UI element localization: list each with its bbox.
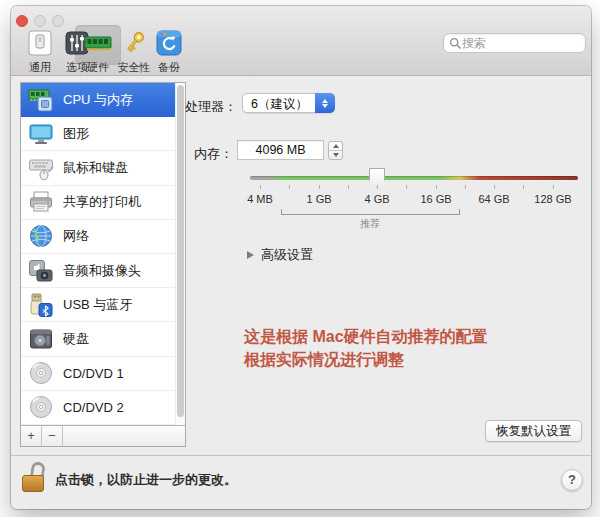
disclosure-triangle-icon xyxy=(247,251,254,259)
sidebar-item-label: CD/DVD 2 xyxy=(63,400,124,415)
backup-icon xyxy=(154,28,184,58)
processor-label: 处理器： xyxy=(147,98,237,116)
sidebar-item-label: CD/DVD 1 xyxy=(63,366,124,381)
slider-label-4gb: 4 GB xyxy=(364,193,389,205)
lock-hint-text: 点击锁，以防止进一步的更改。 xyxy=(55,471,237,489)
toolbar-label: 备份 xyxy=(145,60,193,75)
recommended-range-bracket xyxy=(281,209,460,215)
annotation-line-2: 根据实际情况进行调整 xyxy=(244,349,488,372)
remove-device-button[interactable]: − xyxy=(42,426,63,446)
sidebar-item-label: 音频和摄像头 xyxy=(63,262,141,280)
close-button[interactable] xyxy=(16,15,28,27)
general-icon xyxy=(25,28,55,58)
sidebar-item-cd-dvd-1[interactable]: CD/DVD 1 xyxy=(21,357,185,391)
sidebar-item-cd-dvd-2[interactable]: CD/DVD 2 xyxy=(21,391,185,425)
slider-label-16gb: 16 GB xyxy=(420,193,451,205)
stepper-up-icon[interactable] xyxy=(329,142,342,151)
memory-slider-track[interactable] xyxy=(250,176,578,180)
annotation-line-1: 这是根据 Mac硬件自动推荐的配置 xyxy=(244,326,488,349)
popup-arrows-icon xyxy=(315,93,335,113)
cd-disc-icon xyxy=(28,394,54,420)
recommended-label: 推荐 xyxy=(360,217,380,231)
memory-input[interactable]: 4096 MB xyxy=(237,140,324,160)
search-icon xyxy=(449,37,462,50)
unlocked-padlock-icon[interactable] xyxy=(22,462,48,500)
slider-label-64gb: 64 GB xyxy=(478,193,509,205)
sidebar-toolbar: + − xyxy=(21,425,185,446)
sidebar-item-label: 共享的打印机 xyxy=(63,193,141,211)
search-input[interactable] xyxy=(462,36,572,50)
vm-settings-window: 通用 选项 xyxy=(11,6,591,509)
help-button[interactable]: ? xyxy=(561,469,583,491)
processor-popup[interactable]: 6（建议） xyxy=(242,93,335,113)
advanced-settings-disclosure[interactable]: 高级设置 xyxy=(247,246,313,264)
footer-bar: 点击锁，以防止进一步的更改。 ? xyxy=(11,455,591,509)
mouse-keyboard-icon xyxy=(28,155,54,181)
hardware-ram-icon xyxy=(83,28,113,58)
sidebar-item-label: 硬盘 xyxy=(63,330,89,348)
memory-label: 内存： xyxy=(143,145,233,163)
minimize-button[interactable] xyxy=(34,15,46,27)
sidebar-item-label: 鼠标和键盘 xyxy=(63,159,128,177)
slider-label-128gb: 128 GB xyxy=(534,193,571,205)
sidebar-item-shared-printers[interactable]: 共享的打印机 xyxy=(21,186,185,220)
sidebar-scrollbar[interactable] xyxy=(175,83,185,425)
sidebar-item-hard-disk[interactable]: 硬盘 xyxy=(21,322,185,356)
search-field[interactable] xyxy=(443,33,586,53)
sidebar-item-usb-bluetooth[interactable]: USB 与蓝牙 xyxy=(21,288,185,322)
hard-disk-icon xyxy=(28,326,54,352)
hardware-device-list: CPU 与内存 图形 鼠标和键盘 xyxy=(20,82,186,447)
usb-bluetooth-icon xyxy=(28,292,54,318)
toolbar-item-backup[interactable]: 备份 xyxy=(145,28,193,75)
slider-label-1gb: 1 GB xyxy=(306,193,331,205)
cpu-memory-icon xyxy=(28,87,54,113)
sidebar-item-sound-camera[interactable]: 音频和摄像头 xyxy=(21,254,185,288)
scrollbar-thumb[interactable] xyxy=(177,85,184,417)
sound-camera-icon xyxy=(28,258,54,284)
slider-label-4mb: 4 MB xyxy=(247,193,273,205)
annotation-text: 这是根据 Mac硬件自动推荐的配置 根据实际情况进行调整 xyxy=(244,326,488,371)
network-globe-icon xyxy=(28,223,54,249)
restore-defaults-button[interactable]: 恢复默认设置 xyxy=(485,420,582,442)
graphics-monitor-icon xyxy=(28,121,54,147)
advanced-settings-label: 高级设置 xyxy=(261,246,313,264)
processor-value: 6（建议） xyxy=(243,96,316,113)
sidebar-item-label: CPU 与内存 xyxy=(63,91,133,109)
zoom-button[interactable] xyxy=(52,15,64,27)
add-device-button[interactable]: + xyxy=(21,426,42,446)
printer-icon xyxy=(28,189,54,215)
cd-disc-icon xyxy=(28,360,54,386)
memory-stepper[interactable] xyxy=(328,141,343,160)
sidebar-item-label: 图形 xyxy=(63,125,89,143)
sidebar-item-network[interactable]: 网络 xyxy=(21,220,185,254)
stepper-down-icon[interactable] xyxy=(329,151,342,160)
sidebar-item-label: USB 与蓝牙 xyxy=(63,296,132,314)
titlebar: 通用 选项 xyxy=(11,6,591,76)
sidebar-item-label: 网络 xyxy=(63,227,89,245)
screenshot: 通用 选项 xyxy=(0,0,600,517)
